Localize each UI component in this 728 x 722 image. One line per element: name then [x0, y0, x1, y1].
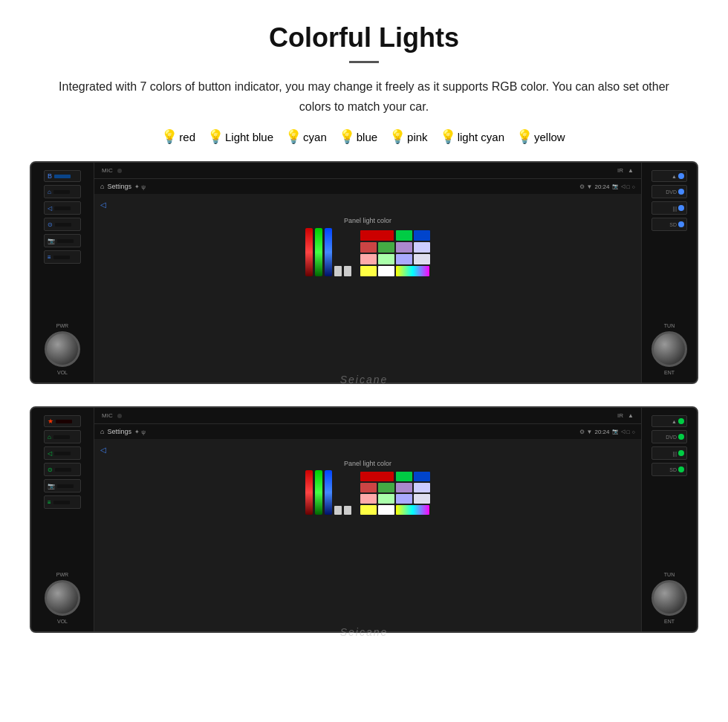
color-label-yellow: yellow: [534, 131, 565, 143]
color-label-blue: blue: [357, 131, 377, 143]
pink-bulb-icon: 💡: [391, 129, 404, 145]
yellow-bulb-icon: 💡: [518, 129, 531, 145]
color-item-yellow: 💡 yellow: [518, 129, 565, 145]
color-list: 💡 red 💡 Light blue 💡 cyan 💡 blue 💡 pink …: [30, 129, 698, 145]
lightblue-bulb-icon: 💡: [209, 129, 222, 145]
color-item-cyan: 💡 cyan: [287, 129, 327, 145]
color-item-pink: 💡 pink: [391, 129, 428, 145]
settings-screen-row2: ⌂ Settings ✦ ψ ⚙ ▼ 20:24 📷 ◁ □ ○: [94, 424, 641, 631]
lightcyan-bulb-icon: 💡: [441, 129, 455, 145]
right-panel-row1: ▲ DVD ||| SD: [641, 163, 697, 383]
screen-area-row1: MIC IR ▲ ⌂ Settings ✦ ψ: [94, 163, 641, 383]
page-container: Colorful Lights Integrated with 7 colors…: [0, 0, 728, 666]
page-title: Colorful Lights: [30, 22, 698, 53]
screen-time-row1: 20:24: [595, 183, 610, 190]
watermark-row1: Seicane: [340, 374, 389, 386]
color-item-lightblue: 💡 Light blue: [209, 129, 273, 145]
settings-screen-row1: ⌂ Settings ✦ ψ ⚙ ▼ 20:24 📷 ◁ □ ○: [94, 179, 641, 383]
color-item-lightcyan: 💡 light cyan: [441, 129, 504, 145]
settings-header-title: Settings: [107, 183, 131, 190]
blue-bulb-icon: 💡: [340, 129, 354, 145]
ir-label: IR: [617, 167, 623, 174]
ir-label-r2: IR: [617, 412, 623, 419]
right-panel-row2: ▲ DVD ||| SD: [641, 408, 697, 631]
screen-area-row2: MIC IR ▲ ⌂ Settings ✦ ψ: [94, 408, 641, 631]
main-unit-row2: ★ ⌂ ◁ ⊙ 📷: [30, 406, 698, 633]
left-panel-row1: B ⌂ ◁ ⊙ 📷: [31, 163, 94, 383]
color-label-cyan: cyan: [303, 131, 327, 143]
red-bulb-icon: 💡: [163, 129, 176, 145]
panel-light-label-row1: Panel light color: [344, 217, 391, 224]
title-divider: [349, 61, 379, 63]
image-row-2: PWR VOL: [30, 406, 698, 644]
color-label-lightblue: Light blue: [225, 131, 273, 143]
cyan-bulb-icon: 💡: [287, 129, 300, 145]
image-row-1: PWR VOL: [30, 161, 698, 391]
color-label-pink: pink: [407, 131, 428, 143]
color-item-blue: 💡 blue: [340, 129, 377, 145]
main-unit-row1: B ⌂ ◁ ⊙ 📷: [30, 161, 698, 384]
settings-header-title-r2: Settings: [107, 428, 131, 435]
watermark-row2: Seicane: [340, 626, 389, 638]
left-panel-row2: ★ ⌂ ◁ ⊙ 📷: [31, 408, 94, 631]
color-label-red: red: [179, 131, 195, 143]
mic-label-r2: MIC: [102, 412, 113, 419]
color-label-lightcyan: light cyan: [458, 131, 504, 143]
mic-label: MIC: [102, 167, 113, 174]
panel-light-label-row2: Panel light color: [344, 460, 391, 467]
screen-time-row2: 20:24: [595, 429, 610, 435]
color-item-red: 💡 red: [163, 129, 195, 145]
description: Integrated with 7 colors of button indic…: [45, 77, 683, 117]
